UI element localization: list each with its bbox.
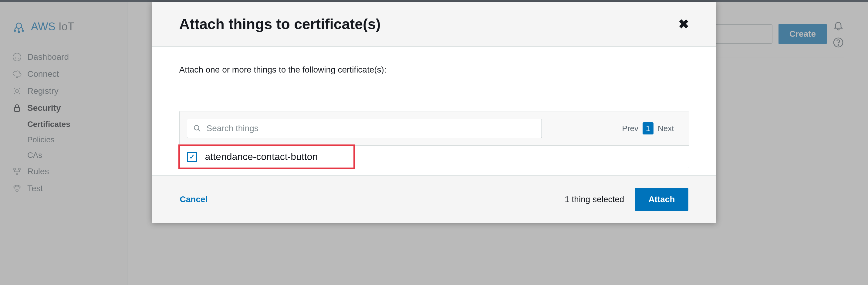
thing-name: attendance-contact-button bbox=[205, 151, 318, 162]
cancel-button[interactable]: Cancel bbox=[180, 195, 208, 204]
things-panel: Prev 1 Next attendance-contact-button bbox=[179, 111, 689, 168]
pager-next[interactable]: Next bbox=[658, 124, 674, 133]
modal-body: Attach one or more things to the followi… bbox=[152, 47, 716, 175]
modal-title: Attach things to certificate(s) bbox=[179, 16, 381, 32]
pager: Prev 1 Next bbox=[622, 122, 681, 135]
thing-row[interactable]: attendance-contact-button bbox=[180, 146, 689, 168]
attach-things-modal: Attach things to certificate(s) ✖ Attach… bbox=[152, 2, 716, 223]
pager-page-number[interactable]: 1 bbox=[643, 122, 653, 135]
modal-header: Attach things to certificate(s) ✖ bbox=[152, 2, 716, 47]
things-panel-header: Prev 1 Next bbox=[180, 111, 689, 146]
things-search-field[interactable] bbox=[187, 119, 542, 138]
pager-prev[interactable]: Prev bbox=[622, 124, 638, 133]
close-icon[interactable]: ✖ bbox=[678, 18, 689, 31]
modal-instruction: Attach one or more things to the followi… bbox=[179, 65, 689, 75]
selected-count-text: 1 thing selected bbox=[565, 195, 624, 204]
svg-line-19 bbox=[198, 129, 200, 132]
thing-checkbox[interactable] bbox=[187, 152, 197, 162]
svg-point-18 bbox=[194, 125, 199, 130]
footer-right: 1 thing selected Attach bbox=[565, 188, 688, 211]
search-icon bbox=[193, 124, 201, 132]
modal-footer: Cancel 1 thing selected Attach bbox=[152, 175, 716, 223]
things-search-input[interactable] bbox=[207, 123, 535, 133]
attach-button[interactable]: Attach bbox=[635, 188, 688, 211]
